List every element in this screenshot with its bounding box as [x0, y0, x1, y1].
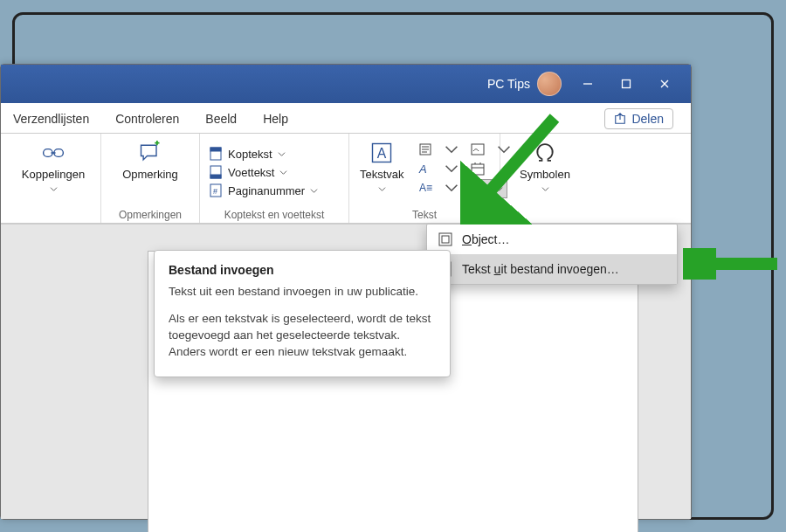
header-icon [209, 147, 223, 161]
textbox-icon: A [369, 141, 394, 165]
ribbon-tabs: Verzendlijsten Controleren Beeld Help De… [1, 103, 691, 134]
links-button[interactable]: Koppelingen [11, 137, 95, 199]
svg-text:#: # [213, 187, 217, 196]
links-label: Koppelingen [22, 169, 85, 180]
footer-button[interactable]: Voettekst [205, 164, 343, 180]
link-icon [41, 141, 66, 165]
dropcap-button[interactable]: A≡ [413, 179, 438, 197]
comment-icon [138, 141, 162, 165]
tooltip-text: Tekst uit een bestand invoegen in uw pub… [169, 284, 436, 301]
comment-label: Opmerking [122, 169, 178, 180]
maximize-button[interactable] [607, 68, 645, 100]
share-label: Delen [631, 112, 664, 126]
tab-beeld[interactable]: Beeld [203, 107, 238, 133]
comment-button[interactable]: Opmerking [107, 137, 194, 183]
footer-icon [209, 165, 223, 179]
close-button[interactable] [645, 68, 684, 100]
svg-rect-6 [210, 175, 221, 178]
tab-verzendlijsten[interactable]: Verzendlijsten [11, 107, 91, 133]
tooltip: Bestand invoegen Tekst uit een bestand i… [154, 250, 451, 377]
quickparts-button[interactable] [413, 141, 438, 158]
account-name[interactable]: PC Tips [487, 77, 530, 91]
group-label: Koptekst en voettekst [205, 207, 343, 221]
object-icon [438, 231, 453, 247]
textbox-label: Tekstvak [360, 169, 404, 180]
account-avatar[interactable] [537, 72, 562, 96]
tooltip-title: Bestand invoegen [169, 263, 436, 277]
tab-help[interactable]: Help [261, 107, 290, 133]
group-label [11, 219, 95, 221]
object-dropdown: Object… Tekst uit bestand invoegen… [426, 224, 678, 285]
svg-text:A: A [377, 146, 387, 161]
chevron-down-icon [310, 184, 318, 197]
chevron-down-icon [378, 182, 386, 196]
svg-line-21 [476, 118, 555, 207]
chevron-down-icon [279, 166, 287, 179]
menu-item-text-from-file[interactable]: Tekst uit bestand invoegen… [427, 254, 677, 284]
share-button[interactable]: Delen [604, 108, 673, 129]
header-button[interactable]: Koptekst [205, 146, 343, 162]
titlebar: PC Tips [1, 65, 691, 103]
pagenumber-button[interactable]: # Paginanummer [205, 183, 343, 198]
group-label: Opmerkingen [107, 207, 194, 221]
svg-rect-4 [210, 148, 221, 151]
svg-text:A: A [418, 162, 427, 176]
tooltip-text: Als er een tekstvak is geselecteerd, wor… [169, 311, 436, 361]
share-icon [614, 113, 626, 125]
svg-text:A≡: A≡ [419, 182, 432, 194]
ribbon: Koppelingen Opmerking Opmerkingen [1, 134, 691, 224]
chevron-down-icon [278, 148, 286, 161]
pagenumber-icon: # [209, 183, 223, 197]
svg-rect-18 [439, 233, 452, 245]
tab-controleren[interactable]: Controleren [114, 107, 181, 133]
chevron-down-icon [50, 182, 58, 196]
svg-rect-0 [623, 80, 631, 88]
annotation-arrow [460, 111, 565, 225]
svg-rect-19 [442, 236, 449, 243]
textbox-button[interactable]: A Tekstvak [355, 137, 410, 199]
menu-item-object[interactable]: Object… [427, 225, 677, 254]
wordart-button[interactable]: A [413, 160, 438, 177]
annotation-arrow [683, 248, 779, 280]
minimize-button[interactable] [569, 68, 607, 100]
